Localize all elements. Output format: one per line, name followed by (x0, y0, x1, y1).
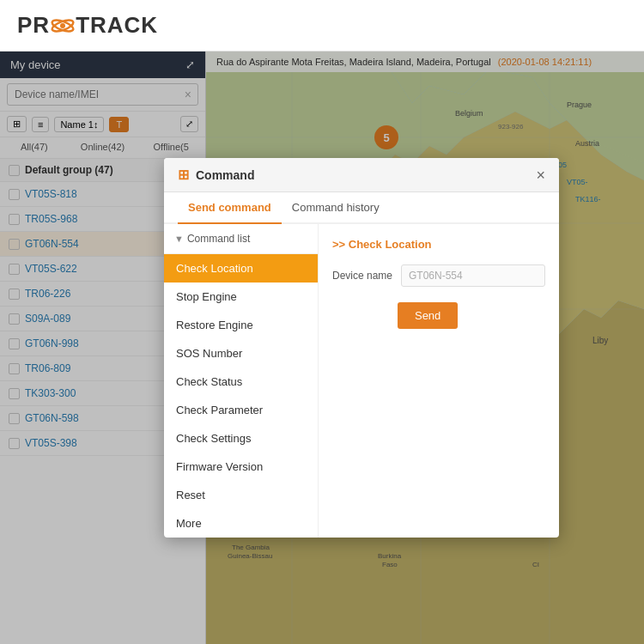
modal-header: ⊞ Command × (164, 158, 559, 192)
logo: PR TRACK (17, 12, 158, 39)
command-list-header: ▼ Command list (164, 224, 318, 254)
command-modal: ⊞ Command × Send command Command history… (164, 158, 559, 538)
modal-title-icon: ⊞ (178, 167, 189, 183)
command-item[interactable]: SOS Number (164, 339, 318, 368)
command-item[interactable]: Check Parameter (164, 396, 318, 424)
modal-body: ▼ Command list Check LocationStop Engine… (164, 224, 559, 538)
command-list-label: Command list (187, 233, 250, 245)
command-item[interactable]: Reset (164, 481, 318, 509)
send-command-button[interactable]: Send (398, 302, 458, 329)
selected-command-label: >> Check Location (332, 238, 545, 251)
device-name-label: Device name (332, 270, 392, 282)
tab-command-history[interactable]: Command history (282, 192, 390, 224)
command-item[interactable]: Check Location (164, 254, 318, 283)
command-item[interactable]: Check Status (164, 368, 318, 396)
topbar: PR TRACK (0, 0, 644, 52)
main-content: My device ⤢ × ⊞ ≡ Name 1↕ T ⤢ All(47) On… (0, 52, 644, 644)
command-detail-panel: >> Check Location Device name Send (319, 224, 559, 538)
device-name-input[interactable] (401, 264, 545, 287)
modal-close-button[interactable]: × (536, 167, 545, 183)
command-item[interactable]: Firmware Version (164, 453, 318, 481)
modal-tab-bar: Send command Command history (164, 192, 559, 224)
logo-icon (51, 14, 75, 38)
command-item[interactable]: Restore Engine (164, 311, 318, 339)
modal-title-text: Command (196, 168, 254, 182)
command-list-panel: ▼ Command list Check LocationStop Engine… (164, 224, 319, 538)
svg-point-2 (60, 23, 65, 28)
command-item[interactable]: More (164, 509, 318, 538)
command-item[interactable]: Check Settings (164, 424, 318, 453)
device-name-field: Device name (332, 264, 545, 287)
tab-send-command[interactable]: Send command (178, 192, 282, 224)
modal-title: ⊞ Command (178, 167, 254, 183)
command-list-arrow: ▼ (174, 234, 184, 244)
command-item[interactable]: Stop Engine (164, 283, 318, 311)
